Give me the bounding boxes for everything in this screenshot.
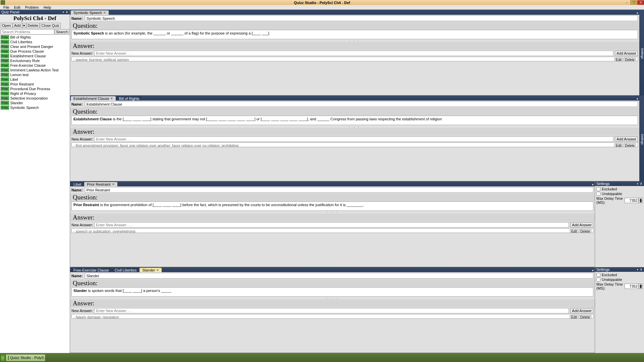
pane-options-icon[interactable]: ▾ — [637, 11, 639, 15]
edit-answer-button[interactable]: Edit — [570, 229, 578, 233]
question-text[interactable]: Symbolic Speech is an action (for exampl… — [71, 30, 638, 39]
list-item[interactable]: FreeDue Process Clause — [0, 49, 70, 54]
add-button[interactable]: Add — [13, 23, 22, 28]
client-area: Quiz Panel ▾ ⬇ PolySci Ch4 - Def Open Ad… — [0, 10, 644, 353]
list-item[interactable]: FreePrior Restraint — [0, 82, 70, 86]
problem-list[interactable]: FreeBill of RightsFreeCivil LibertiesFre… — [0, 35, 70, 353]
delete-answer-button[interactable]: Delete — [624, 143, 636, 147]
free-tag: Free — [1, 96, 9, 100]
name-input[interactable] — [85, 15, 638, 21]
pane-options-icon[interactable]: ▾ — [592, 269, 595, 272]
add-answer-button[interactable]: Add Answer — [615, 51, 638, 56]
close-tab-icon[interactable]: ✕ — [156, 268, 159, 272]
resize-handle-icon[interactable]: . . . — [70, 296, 595, 299]
list-item[interactable]: FreeExclusionary Rule — [0, 58, 70, 63]
tab[interactable]: Civil Liberties — [112, 268, 139, 272]
edit-answer-button[interactable]: Edit — [614, 58, 623, 61]
minimize-button[interactable] — [623, 0, 630, 5]
delete-answer-button[interactable]: Delete — [579, 315, 591, 319]
tab[interactable]: Libel — [71, 182, 84, 186]
panel-dropdown-icon[interactable]: ▾ — [62, 11, 65, 14]
list-item[interactable]: FreeFree-Exercise Clause — [0, 63, 70, 68]
add-answer-button[interactable]: Add Answer — [570, 222, 593, 228]
list-item[interactable]: FreeRight of Privacy — [0, 91, 70, 96]
max-delay-input[interactable] — [625, 284, 639, 289]
name-input[interactable] — [85, 101, 638, 107]
delete-button[interactable]: Delete — [26, 23, 40, 28]
list-item[interactable]: FreeImminent Lawless Action Test — [0, 68, 70, 72]
panel-dropdown-icon[interactable]: ▾ — [636, 268, 639, 271]
list-item[interactable]: FreeLemon test — [0, 72, 70, 77]
panel-pin-icon[interactable]: ⬇ — [640, 268, 643, 271]
new-answer-input[interactable] — [94, 136, 613, 142]
list-item[interactable]: FreeSelective Incorporation — [0, 96, 70, 101]
new-answer-input[interactable] — [94, 51, 613, 56]
delete-answer-button[interactable]: Delete — [624, 58, 636, 61]
tab[interactable]: Establishment Clause✕ — [71, 96, 116, 101]
close-window-button[interactable] — [637, 0, 644, 5]
new-answer-input[interactable] — [94, 222, 569, 228]
spin-buttons[interactable]: ▲▼ — [639, 198, 643, 203]
tab[interactable]: Bill of Rights — [116, 96, 142, 101]
tab[interactable]: Free-Exercise Clause — [71, 268, 112, 272]
resize-handle-icon[interactable]: . . . — [70, 125, 639, 127]
settings-collapsed-tab[interactable]: Settings — [639, 96, 644, 181]
settings-collapsed-tab[interactable]: Settings — [639, 10, 644, 96]
tab[interactable]: Symbolic Speech✕ — [71, 10, 109, 15]
maximize-button[interactable] — [630, 0, 637, 5]
resize-handle-icon[interactable]: . . . — [70, 210, 595, 213]
delete-answer-button[interactable]: Delete — [579, 229, 591, 233]
menu-problem[interactable]: Problem — [23, 5, 41, 9]
spin-buttons[interactable]: ▲▼ — [639, 284, 643, 289]
list-item[interactable]: FreeSymbolic Speech — [0, 105, 70, 110]
tab-strip: Free-Exercise ClauseCivil LibertiesSland… — [70, 267, 595, 272]
unskippable-checkbox[interactable] — [596, 278, 600, 282]
panel-dropdown-icon[interactable]: ▾ — [636, 182, 639, 185]
list-item[interactable]: FreeSlander — [0, 101, 70, 105]
search-button[interactable]: Search — [55, 29, 69, 35]
name-label: Name: — [71, 102, 83, 106]
add-answer-button[interactable]: Add Answer — [615, 136, 638, 142]
menu-help[interactable]: Help — [42, 5, 53, 9]
answer-header: Answer: — [70, 299, 595, 307]
list-item[interactable]: FreeClear and Present Danger — [0, 44, 70, 49]
list-item[interactable]: FreeEstablishment Clause — [0, 54, 70, 58]
search-input[interactable] — [1, 29, 54, 35]
add-dropdown-icon[interactable]: ▾ — [22, 23, 26, 28]
unskippable-checkbox[interactable] — [596, 192, 600, 196]
tab[interactable]: Prior Restraint✕ — [84, 182, 117, 186]
pane-options-icon[interactable]: ▾ — [637, 97, 639, 101]
tab-label: Slander — [142, 268, 155, 272]
add-answer-button[interactable]: Add Answer — [570, 308, 593, 313]
close-quiz-button[interactable]: Close Quiz — [40, 23, 61, 28]
question-text[interactable]: Slander is spoken words that [____ ____]… — [71, 287, 593, 297]
menu-file[interactable]: File — [1, 5, 11, 9]
name-input[interactable] — [85, 187, 593, 193]
edit-answer-button[interactable]: Edit — [614, 143, 623, 147]
close-tab-icon[interactable]: ✕ — [103, 11, 106, 14]
list-item[interactable]: FreeBill of Rights — [0, 35, 70, 40]
menu-edit[interactable]: Edit — [12, 5, 22, 9]
excluded-checkbox[interactable] — [596, 273, 600, 277]
panel-pin-icon[interactable]: ⬇ — [65, 11, 68, 14]
start-button[interactable] — [0, 354, 5, 362]
pane-options-icon[interactable]: ▾ — [592, 183, 595, 186]
name-input[interactable] — [85, 273, 593, 279]
close-tab-icon[interactable]: ✕ — [112, 183, 115, 186]
taskbar-app-button[interactable]: Quizz Studio - PolyS... — [6, 354, 45, 361]
resize-handle-icon[interactable]: . . . — [70, 39, 639, 42]
open-button[interactable]: Open — [1, 23, 12, 28]
excluded-checkbox[interactable] — [596, 187, 600, 191]
close-tab-icon[interactable]: ✕ — [110, 97, 113, 100]
list-item-label: Prior Restraint — [10, 82, 34, 86]
list-item[interactable]: FreeCivil Liberties — [0, 40, 70, 44]
tab[interactable]: Slander✕ — [140, 268, 162, 272]
question-text[interactable]: Prior Restraint is the government prohib… — [71, 201, 593, 211]
panel-pin-icon[interactable]: ⬇ — [640, 182, 643, 185]
edit-answer-button[interactable]: Edit — [570, 315, 578, 319]
list-item[interactable]: FreeLibel — [0, 77, 70, 82]
question-text[interactable]: Establishment Clause is the [____ ____ _… — [71, 116, 638, 125]
max-delay-input[interactable] — [625, 198, 639, 203]
new-answer-input[interactable] — [94, 308, 569, 313]
list-item[interactable]: FreeProcedural Due Process — [0, 86, 70, 91]
